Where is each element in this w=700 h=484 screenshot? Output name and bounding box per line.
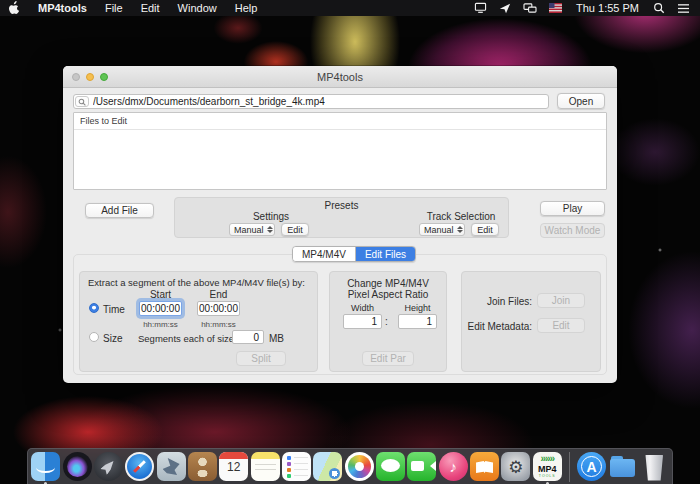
input-flag-icon[interactable] xyxy=(543,0,568,16)
join-metadata-panel: Join Files: Join Edit Metadata: Edit xyxy=(461,271,601,372)
finder-icon xyxy=(31,452,60,481)
launchpad-icon xyxy=(94,452,123,481)
facetime-icon xyxy=(407,452,436,481)
menu-app-name[interactable]: MP4tools xyxy=(29,0,96,16)
mb-unit-label: MB xyxy=(269,333,284,344)
apple-menu[interactable] xyxy=(0,0,29,16)
reminders-icon xyxy=(282,452,311,481)
dock-item-siri[interactable] xyxy=(62,451,91,483)
messages-icon xyxy=(376,452,405,481)
window-title: MP4tools xyxy=(317,71,363,83)
siri-icon xyxy=(63,452,92,481)
mp4tools-icon: »»»MP4TOOLS xyxy=(533,452,562,481)
tab-mp4-m4v[interactable]: MP4/M4V xyxy=(293,247,356,261)
track-selection-value: Manual xyxy=(424,225,454,235)
play-button[interactable]: Play xyxy=(540,201,605,216)
mp4tools-sub: TOOLS xyxy=(539,475,556,479)
mail-icon xyxy=(157,452,186,481)
dock-item-photos[interactable] xyxy=(345,451,374,483)
track-selection-label: Track Selection xyxy=(415,211,507,222)
edit-metadata-label: Edit Metadata: xyxy=(462,321,532,332)
menu-help[interactable]: Help xyxy=(226,0,267,16)
width-label: Width xyxy=(343,303,382,313)
track-edit-button[interactable]: Edit xyxy=(471,223,499,236)
calendar-day: 12 xyxy=(219,460,248,474)
dock-item-mail[interactable] xyxy=(156,451,185,483)
settings-preset-popup[interactable]: Manual xyxy=(229,223,275,236)
gear-icon: ⚙ xyxy=(501,452,530,481)
file-path-field[interactable]: /Users/dmx/Documents/dearborn_st_bridge_… xyxy=(73,94,549,109)
end-format-hint: hh:mm:ss xyxy=(197,320,240,329)
dock-item-contacts[interactable] xyxy=(188,451,217,483)
metadata-edit-button[interactable]: Edit xyxy=(537,318,585,333)
files-to-edit-list[interactable]: Files to Edit xyxy=(73,112,607,190)
open-button[interactable]: Open xyxy=(557,93,605,109)
dock-item-launchpad[interactable] xyxy=(94,451,123,483)
close-button[interactable] xyxy=(72,73,80,81)
location-arrow-icon[interactable] xyxy=(493,0,517,16)
track-selection-popup[interactable]: Manual xyxy=(419,223,465,236)
size-radio[interactable] xyxy=(89,332,99,342)
spotlight-search-icon[interactable] xyxy=(647,0,671,16)
dock-item-itunes[interactable]: ♪ xyxy=(439,451,468,483)
menu-bar: MP4tools File Edit Window Help Thu 1:55 … xyxy=(0,0,700,16)
mp4tools-window: MP4tools /Users/dmx/Documents/dearborn_s… xyxy=(63,66,617,383)
minimize-button[interactable] xyxy=(86,73,94,81)
dock-item-messages[interactable] xyxy=(376,451,405,483)
edit-par-button[interactable]: Edit Par xyxy=(362,351,414,366)
dock-item-trash[interactable] xyxy=(640,451,669,483)
dock-item-finder[interactable] xyxy=(31,451,60,483)
dock-item-notes[interactable] xyxy=(250,451,279,483)
dock-item-downloads-folder[interactable] xyxy=(608,451,637,483)
dock-item-maps[interactable] xyxy=(313,451,342,483)
par-width-field[interactable]: 1 xyxy=(343,314,382,329)
menu-clock[interactable]: Thu 1:55 PM xyxy=(568,2,647,14)
ibooks-icon xyxy=(470,452,499,481)
dock-item-mp4tools[interactable]: »»»MP4TOOLS xyxy=(533,451,562,483)
display-icon[interactable] xyxy=(468,0,493,16)
mp4tools-label: MP4 xyxy=(538,465,557,474)
par-height-field[interactable]: 1 xyxy=(398,314,437,329)
menu-file[interactable]: File xyxy=(96,0,132,16)
folder-icon xyxy=(608,452,637,481)
add-file-button[interactable]: Add File xyxy=(85,203,154,218)
dock-item-app-store[interactable]: A xyxy=(577,451,606,483)
menu-window[interactable]: Window xyxy=(169,0,226,16)
music-note-glyph: ♪ xyxy=(439,452,468,481)
files-list-header: Files to Edit xyxy=(74,113,606,130)
dock-item-calendar[interactable]: 12 xyxy=(219,451,248,483)
start-format-hint: hh:mm:ss xyxy=(139,320,182,329)
dock-item-ibooks[interactable] xyxy=(470,451,499,483)
dock-item-system-preferences[interactable]: ⚙ xyxy=(501,451,530,483)
par-colon: : xyxy=(385,316,388,327)
dock-item-reminders[interactable] xyxy=(282,451,311,483)
segment-size-field[interactable]: 0 xyxy=(232,330,264,344)
dock-item-facetime[interactable] xyxy=(407,451,436,483)
notification-center-icon[interactable] xyxy=(671,0,700,16)
time-radio[interactable] xyxy=(89,303,99,313)
settings-preset-value: Manual xyxy=(234,225,264,235)
title-bar[interactable]: MP4tools xyxy=(63,66,617,88)
search-icon[interactable] xyxy=(75,96,89,107)
end-time-field[interactable]: 00:00:00 xyxy=(197,301,240,316)
contacts-icon xyxy=(188,452,217,481)
presets-panel: Presets Settings Manual Edit Track Selec… xyxy=(174,197,509,238)
notes-icon xyxy=(251,452,280,481)
start-time-field[interactable]: 00:00:00 xyxy=(139,301,182,316)
menu-edit[interactable]: Edit xyxy=(132,0,169,16)
watch-mode-button[interactable]: Watch Mode xyxy=(540,223,605,238)
size-radio-label: Size xyxy=(103,333,122,344)
file-path-value: /Users/dmx/Documents/dearborn_st_bridge_… xyxy=(93,96,325,107)
settings-edit-button[interactable]: Edit xyxy=(281,223,309,236)
extract-segment-panel: Extract a segment of the above MP4/M4V f… xyxy=(79,271,318,372)
mp4tools-arrows: »»» xyxy=(540,454,554,464)
join-button[interactable]: Join xyxy=(537,293,585,308)
screen-sharing-icon[interactable] xyxy=(517,0,543,16)
par-heading-line2: Pixel Aspect Ratio xyxy=(330,289,446,300)
dock-item-safari[interactable] xyxy=(125,451,154,483)
tab-edit-files[interactable]: Edit Files xyxy=(356,247,415,261)
presets-title: Presets xyxy=(175,200,508,211)
start-label: Start xyxy=(139,289,182,300)
split-button[interactable]: Split xyxy=(236,351,286,366)
zoom-button[interactable] xyxy=(100,73,108,81)
